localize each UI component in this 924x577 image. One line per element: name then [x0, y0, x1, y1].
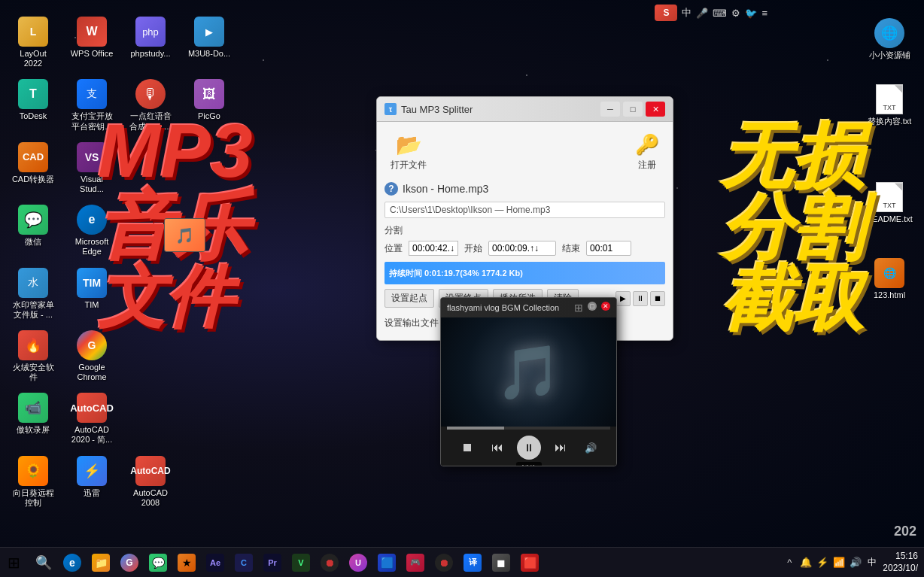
output-label: 设置输出文件	[384, 317, 439, 329]
desktop-icon-m3u8[interactable]: ▶ M3U8-Do...	[182, 14, 236, 71]
taskbar-explorer[interactable]: 📁	[87, 549, 114, 576]
hongyun-icon: 🎙	[135, 79, 166, 109]
position-dropdown[interactable]: 00:00:42.↓	[409, 241, 458, 256]
desktop-icon-xunlei[interactable]: ⚡ 迅雷	[65, 453, 119, 511]
taskbar-app6[interactable]: ★	[173, 549, 200, 576]
start-label: 开始	[464, 242, 482, 255]
xiaoxiao-icon: 🌐	[874, 18, 904, 48]
mic-icon[interactable]: 🎤	[696, 8, 708, 19]
taskbar-ae[interactable]: Ae	[202, 549, 229, 576]
gaolu-label: 傲软录屏	[17, 425, 50, 435]
start-button[interactable]: ⊞	[0, 549, 27, 576]
desktop-icon-huolu[interactable]: 🔥 火绒安全软件	[6, 327, 60, 385]
taskbar-app15[interactable]: 🎮	[402, 549, 429, 576]
taskbar-app9-icon: C	[235, 554, 253, 572]
pause-button[interactable]: ⏸	[633, 291, 648, 306]
start-input[interactable]	[488, 241, 556, 256]
taskbar-search[interactable]: 🔍	[30, 549, 57, 576]
phpstudy-icon: php	[135, 17, 166, 47]
register-button[interactable]: 🔑 注册	[629, 129, 665, 175]
tray-notification-icon[interactable]: 🔔	[798, 555, 813, 570]
desktop-icon-replacetxt[interactable]: TXT 替换内容.txt	[862, 81, 916, 129]
taskbar-app19[interactable]: 🟥	[516, 549, 543, 576]
end-input[interactable]	[586, 241, 631, 256]
desktop-icon-chrome[interactable]: G GoogleChrome	[65, 327, 119, 385]
taskbar-chrome[interactable]: G	[116, 549, 143, 576]
taskbar-wechat[interactable]: 💬	[144, 549, 172, 576]
desktop-icon-gaolu[interactable]: 📹 傲软录屏	[6, 390, 60, 448]
taskbar-obs2[interactable]: ⏺	[430, 549, 457, 576]
desktop-icon-xiaoxiao[interactable]: 🌐 小小资源铺	[862, 15, 916, 63]
tray-expand-icon[interactable]: ^	[782, 555, 797, 570]
tau-waveform[interactable]: 持续时间 0:01:19.7(34% 1774.2 Kb)	[384, 262, 665, 284]
desktop-icon-autocad2020[interactable]: AutoCAD AutoCAD2020 - 简...	[65, 390, 119, 448]
mp3-text: MP3	[98, 113, 253, 188]
big-text-right: 无损 分割 截取	[721, 120, 864, 335]
taskbar-app13[interactable]: U	[345, 549, 372, 576]
end-label: 结束	[562, 242, 580, 255]
year-text: 202	[894, 524, 916, 539]
stop-button[interactable]: ⏹	[650, 291, 665, 306]
lang-indicator[interactable]: 中	[682, 6, 691, 20]
media-title-text: flashyami vlog BGM Collection	[447, 303, 574, 312]
taskbar-clock[interactable]: 15:16 2023/10/	[883, 551, 918, 574]
media-next-button[interactable]: ⏭	[550, 437, 571, 458]
spacer-3: AutoCAD AutoCAD2008	[123, 453, 182, 511]
taskbar-obs-icon: ⏺	[321, 554, 339, 572]
taskbar-obs[interactable]: ⏺	[316, 549, 343, 576]
tray-lang-icon[interactable]: 中	[865, 555, 880, 570]
tray-network-icon[interactable]: 📶	[831, 555, 846, 570]
taskbar-app9[interactable]: C	[230, 549, 257, 576]
shuiyin-label: 水印管家单文件版 - ...	[13, 300, 54, 320]
maximize-button[interactable]: □	[623, 102, 643, 117]
todesk-label: ToDesk	[20, 111, 47, 121]
desktop-icon-html123[interactable]: 🌐 123.html	[862, 255, 916, 303]
key-icon: 🔑	[635, 132, 659, 156]
taskbar-translate[interactable]: 译	[459, 549, 486, 576]
play-button[interactable]: ▶	[615, 291, 631, 306]
taskbar: ⊞ 🔍 e 📁 G 💬 ★ Ae	[0, 547, 924, 577]
desktop-icon-phpstudy[interactable]: php phpstudy...	[123, 14, 178, 71]
desktop-icon-layout[interactable]: L LayOut2022	[6, 14, 60, 71]
desktop-icon-weixin[interactable]: 💬 微信	[6, 202, 60, 260]
sogou-icon[interactable]: S	[655, 5, 677, 21]
minimize-button[interactable]: ─	[600, 102, 620, 117]
media-maximize-button[interactable]: □	[588, 302, 597, 311]
desktop-icon-autocad2008[interactable]: AutoCAD AutoCAD2008	[123, 453, 178, 511]
media-close-button[interactable]: ✕	[601, 302, 610, 311]
tray-power-icon[interactable]: ⚡	[815, 555, 830, 570]
media-pause-button[interactable]: ⏸	[517, 436, 541, 460]
media-prev-button[interactable]: ⏮	[487, 437, 508, 458]
taskbar-right: ^ 🔔 ⚡ 📶 🔊 中 15:16 2023/10/	[776, 551, 924, 574]
desktop-icon-todesk[interactable]: T ToDesk	[6, 76, 60, 134]
tray-volume-icon[interactable]: 🔊	[848, 555, 863, 570]
chrome-label: GoogleChrome	[77, 363, 106, 382]
taskbar-app11[interactable]: V	[287, 549, 315, 576]
media-stop-button[interactable]: ⏹	[457, 437, 478, 458]
set-start-button[interactable]: 设置起点	[384, 289, 434, 308]
settings-tray-icon[interactable]: ⚙	[731, 8, 740, 19]
keyboard-icon[interactable]: ⌨	[713, 8, 727, 19]
desktop-icon-readme[interactable]: TXT README.txt	[862, 179, 916, 227]
desktop-icon-xiangri[interactable]: 🌻 向日葵远程控制	[6, 453, 60, 511]
taskbar-app18[interactable]: ◼	[488, 549, 515, 576]
gaolu-icon: 📹	[18, 393, 48, 423]
media-controls: ⏹ ⏮ ⏸ 暂停 ⏭ 🔊	[441, 430, 616, 466]
readme-file-text: TXT	[883, 202, 896, 209]
spacer-right-1	[862, 69, 916, 75]
taskbar-edge[interactable]: e	[59, 549, 86, 576]
desktop-icon-shuiyin[interactable]: 水 水印管家单文件版 - ...	[6, 265, 60, 323]
tray-extra2-icon[interactable]: ≡	[761, 8, 767, 19]
taskbar-pr[interactable]: Pr	[259, 549, 286, 576]
xiaoxiao-label: 小小资源铺	[869, 50, 910, 60]
desktop-icon-cad[interactable]: CAD CAD转换器	[6, 139, 60, 197]
grid-icon[interactable]: ⊞	[574, 302, 583, 314]
media-window: flashyami vlog BGM Collection ⊞ □ ✕ 🎵 ⏹ …	[440, 297, 617, 466]
taskbar-app14[interactable]: 🟦	[373, 549, 400, 576]
media-volume-button[interactable]: 🔊	[580, 437, 601, 458]
close-button[interactable]: ✕	[646, 102, 665, 117]
pause-btn-container: ⏸ 暂停	[517, 436, 541, 460]
open-file-button[interactable]: 📂 打开文件	[384, 129, 433, 175]
desktop-icon-wps[interactable]: W WPS Office	[65, 14, 119, 71]
tray-extra-icon[interactable]: 🐦	[745, 8, 757, 19]
